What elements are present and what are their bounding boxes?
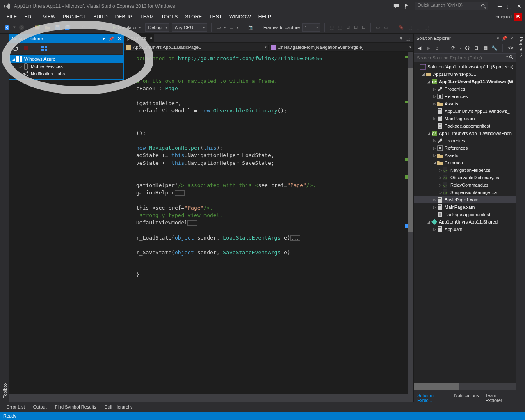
- menu-tools[interactable]: TOOLS: [158, 13, 181, 21]
- solution-item[interactable]: ▷C#ObservableDictionary.cs: [414, 174, 516, 181]
- menu-project[interactable]: PROJECT: [59, 13, 89, 21]
- vertical-scroll-thumb[interactable]: [408, 68, 413, 232]
- forward-icon[interactable]: ▶: [425, 45, 431, 51]
- solution-item[interactable]: ◢App1LrnUnvrslApp11: [414, 71, 516, 78]
- properties-tab[interactable]: Properties: [518, 34, 525, 402]
- sync-icon[interactable]: ⟳: [450, 45, 456, 51]
- document-tab[interactable]: p.xaml.cs ✕: [124, 34, 154, 43]
- feedback-icon[interactable]: [393, 3, 399, 9]
- tree-item[interactable]: ◢Windows Azure: [9, 55, 123, 63]
- home-icon[interactable]: ⌂: [434, 45, 440, 51]
- solution-item[interactable]: ▷Assets: [414, 152, 516, 159]
- menu-team[interactable]: TEAM: [137, 13, 157, 21]
- toolbox-tab[interactable]: Toolbox: [1, 34, 9, 402]
- menu-window[interactable]: WINDOW: [226, 13, 254, 21]
- solution-item[interactable]: ▷MainPage.xaml: [414, 203, 516, 211]
- nav-back-button[interactable]: [3, 24, 11, 31]
- maximize-button[interactable]: ▢: [507, 3, 512, 9]
- server-explorer-tab[interactable]: Server Explorer: [0, 34, 1, 402]
- panel-dropdown-icon[interactable]: ▾: [497, 36, 499, 41]
- output-tab[interactable]: Call Hierarchy: [101, 403, 136, 411]
- solution-search-input[interactable]: [414, 54, 516, 62]
- solution-title-bar[interactable]: Solution Explorer ▾ 📌 ✕: [414, 34, 516, 43]
- menu-debug[interactable]: DEBUG: [112, 13, 136, 21]
- menu-test[interactable]: TEST: [206, 13, 225, 21]
- solution-item[interactable]: Solution 'App1LrnUnvrslApp11' (3 project…: [414, 63, 516, 71]
- panel-dropdown-icon[interactable]: ▾: [103, 36, 105, 41]
- solution-item[interactable]: App1LrnUnvrslApp11.Windows_T: [414, 107, 516, 115]
- solution-tab[interactable]: Team Explorer: [482, 390, 516, 402]
- start-debug-button[interactable]: Simulator ▾: [111, 25, 143, 30]
- open-file-icon[interactable]: [44, 24, 51, 31]
- solution-search[interactable]: ▾: [414, 53, 516, 62]
- config-combo[interactable]: Debug: [145, 23, 169, 32]
- step-icon[interactable]: ▭: [228, 24, 234, 31]
- show-all-icon[interactable]: ▦: [482, 45, 488, 51]
- solution-hscroll[interactable]: [414, 383, 516, 390]
- refresh-icon[interactable]: 🗘: [464, 45, 470, 51]
- output-tab[interactable]: Output: [30, 403, 50, 411]
- close-icon[interactable]: ✕: [117, 36, 121, 41]
- save-all-icon[interactable]: [64, 24, 72, 31]
- minimize-button[interactable]: ─: [498, 3, 502, 9]
- solution-item[interactable]: Package.appxmanifest: [414, 211, 516, 218]
- horizontal-scrollbar[interactable]: [9, 394, 413, 402]
- tab-dropdown-icon[interactable]: ▾: [400, 35, 402, 41]
- solution-item[interactable]: ▷References: [414, 93, 516, 100]
- solution-tab[interactable]: Solution Explo...: [414, 390, 451, 402]
- menu-store[interactable]: STORE: [182, 13, 205, 21]
- menu-build[interactable]: BUILD: [90, 13, 111, 21]
- solution-item[interactable]: ▷References: [414, 144, 516, 152]
- user-account[interactable]: bmquad B: [495, 13, 522, 21]
- flag-icon[interactable]: [404, 3, 410, 9]
- solution-item[interactable]: ▷Assets: [414, 100, 516, 107]
- solution-tab[interactable]: Notifications: [451, 390, 482, 402]
- redo-icon[interactable]: ↷: [93, 24, 98, 31]
- undo-icon[interactable]: ↶: [80, 24, 86, 31]
- solution-item[interactable]: ▷Properties: [414, 137, 516, 144]
- solution-item[interactable]: ▷C#NavigationHelper.cs: [414, 167, 516, 174]
- close-icon[interactable]: ✕: [510, 36, 514, 41]
- solution-item[interactable]: ▷BasicPage1.xaml: [414, 196, 516, 203]
- properties-icon[interactable]: 🔧: [491, 45, 498, 51]
- solution-item[interactable]: ◢Common: [414, 159, 516, 167]
- menu-help[interactable]: HELP: [255, 13, 274, 21]
- solution-item[interactable]: ▷C#RelayCommand.cs: [414, 181, 516, 189]
- output-tab[interactable]: Error List: [3, 403, 28, 411]
- solution-item[interactable]: ◢App1LrnUnvrslApp11.Shared: [414, 218, 516, 226]
- output-tab[interactable]: Find Symbol Results: [52, 403, 100, 411]
- new-project-icon[interactable]: [34, 24, 41, 31]
- back-icon[interactable]: ◀: [416, 45, 422, 51]
- solution-item[interactable]: ▷MainPage.xaml: [414, 115, 516, 122]
- search-dropdown-icon[interactable]: ▾: [506, 55, 508, 59]
- solution-item[interactable]: ◢C#App1LrnUnvrslApp11.WindowsPhon: [414, 130, 516, 137]
- member-combo[interactable]: OnNavigatedFrom(NavigationEventArgs e): [269, 45, 413, 50]
- pin-icon[interactable]: 📌: [108, 36, 114, 41]
- quick-launch-input[interactable]: Quick Launch (Ctrl+Q): [415, 2, 488, 10]
- menu-file[interactable]: FILE: [3, 13, 20, 21]
- type-combo[interactable]: App1LrnUnvrslApp11.BasicPage1: [124, 45, 269, 50]
- close-tab-icon[interactable]: ✕: [149, 36, 153, 40]
- solution-item[interactable]: ◢C#App1LrnUnvrslApp11.Windows (W: [414, 78, 516, 85]
- stop-icon[interactable]: [23, 45, 29, 52]
- tree-item[interactable]: ▷Notification Hubs: [9, 70, 123, 78]
- azure-icon[interactable]: [41, 45, 48, 52]
- code-editor[interactable]: ocumented at http://go.microsoft.com/fwl…: [9, 52, 413, 394]
- device-icon[interactable]: ▭: [216, 24, 221, 31]
- panel-title-bar[interactable]: Server Explorer ▾ 📌 ✕: [9, 34, 123, 43]
- save-icon[interactable]: [54, 24, 61, 31]
- refresh-icon[interactable]: [12, 45, 18, 52]
- solution-link-icon[interactable]: ⬚: [406, 35, 410, 41]
- solution-item[interactable]: Package.appxmanifest: [414, 122, 516, 130]
- frames-input[interactable]: 1: [302, 23, 320, 32]
- collapse-icon[interactable]: ⊟: [473, 45, 479, 51]
- preview-icon[interactable]: <>: [508, 45, 514, 51]
- solution-item[interactable]: ▷App.xaml: [414, 226, 516, 233]
- platform-combo[interactable]: Any CPU: [172, 23, 207, 32]
- close-button[interactable]: ✕: [517, 3, 522, 9]
- capture-icon[interactable]: 📷: [247, 24, 255, 31]
- pin-icon[interactable]: 📌: [502, 36, 507, 41]
- solution-item[interactable]: ▷C#SuspensionManager.cs: [414, 189, 516, 196]
- menu-edit[interactable]: EDIT: [21, 13, 39, 21]
- solution-item[interactable]: ▷Properties: [414, 85, 516, 93]
